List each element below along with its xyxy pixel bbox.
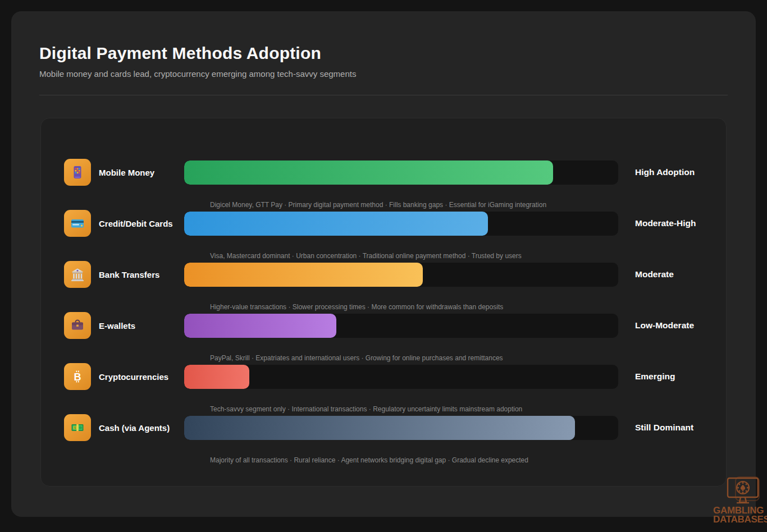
bank-icon — [70, 267, 85, 282]
status-label: High Adoption — [635, 167, 695, 177]
main-panel: Digital Payment Methods Adoption Mobile … — [11, 11, 756, 517]
header: Digital Payment Methods Adoption Mobile … — [11, 11, 756, 79]
status-label: Moderate — [635, 269, 674, 279]
adoption-bar-track — [184, 212, 618, 236]
adoption-bar-track — [184, 365, 618, 389]
method-description: Higher-value transactions · Slower proce… — [210, 303, 726, 311]
payment-method-row: B Cryptocurrencies Emerging Tech-savvy s… — [64, 363, 726, 414]
method-description: Digicel Money, GTT Pay · Primary digital… — [210, 201, 726, 209]
credit-card-icon — [70, 215, 85, 231]
divider — [39, 95, 728, 95]
status-label: Moderate-High — [635, 218, 696, 228]
adoption-bar-fill — [184, 416, 575, 440]
gambling-databases-watermark: GAMBLING DATABASES — [713, 476, 767, 524]
payment-method-row: Bank Transfers Moderate Higher-value tra… — [64, 261, 726, 311]
e-wallet-icon-badge — [64, 312, 91, 339]
method-label: Credit/Debit Cards — [99, 219, 184, 228]
payment-method-row: E-wallets Low-Moderate PayPal, Skrill · … — [64, 312, 726, 363]
adoption-bar-fill — [184, 314, 336, 338]
adoption-bar-fill — [184, 160, 553, 185]
crypto-icon-badge: B — [64, 363, 91, 390]
watermark-line2: DATABASES — [713, 515, 767, 524]
mobile-money-icon-badge — [64, 159, 91, 186]
method-label: Bank Transfers — [99, 270, 184, 279]
svg-text:B: B — [74, 372, 81, 383]
dollar-banknote-icon: $ — [70, 420, 85, 435]
payment-method-row: $ Cash (via Agents) Still Dominant Major… — [64, 414, 726, 465]
adoption-bar-track — [184, 160, 618, 185]
adoption-bar-track — [184, 416, 618, 440]
method-description: Visa, Mastercard dominant · Urban concen… — [210, 252, 726, 260]
adoption-bar-track — [184, 263, 618, 287]
method-description: Tech-savvy segment only · International … — [210, 405, 726, 414]
bank-icon-badge — [64, 261, 91, 288]
cash-icon-badge: $ — [64, 414, 91, 441]
briefcase-icon — [70, 318, 85, 333]
page-subtitle: Mobile money and cards lead, cryptocurre… — [39, 69, 728, 79]
adoption-bar-fill — [184, 365, 249, 389]
status-label: Still Dominant — [635, 423, 693, 433]
method-description: PayPal, Skrill · Expatriates and interna… — [210, 354, 726, 363]
mobile-phone-icon — [70, 164, 85, 180]
svg-text:$: $ — [74, 426, 76, 429]
bitcoin-icon: B — [70, 369, 85, 384]
method-description: Majority of all transactions · Rural rel… — [210, 456, 726, 465]
method-label: Cash (via Agents) — [99, 423, 184, 433]
status-label: Emerging — [635, 372, 675, 382]
payment-method-row: Credit/Debit Cards Moderate-High Visa, M… — [64, 210, 726, 260]
credit-card-icon-badge — [64, 210, 91, 237]
method-label: E-wallets — [99, 321, 184, 331]
method-label: Mobile Money — [99, 168, 184, 177]
monitor-poker-chip-icon — [725, 476, 760, 506]
page-title: Digital Payment Methods Adoption — [39, 44, 728, 63]
method-label: Cryptocurrencies — [99, 372, 184, 382]
adoption-bar-track — [184, 314, 618, 338]
adoption-bar-fill — [184, 263, 423, 287]
adoption-bar-fill — [184, 212, 488, 236]
payment-method-row: Mobile Money High Adoption Digicel Money… — [64, 159, 726, 209]
status-label: Low-Moderate — [635, 320, 694, 331]
adoption-chart-card: Mobile Money High Adoption Digicel Money… — [40, 118, 727, 487]
